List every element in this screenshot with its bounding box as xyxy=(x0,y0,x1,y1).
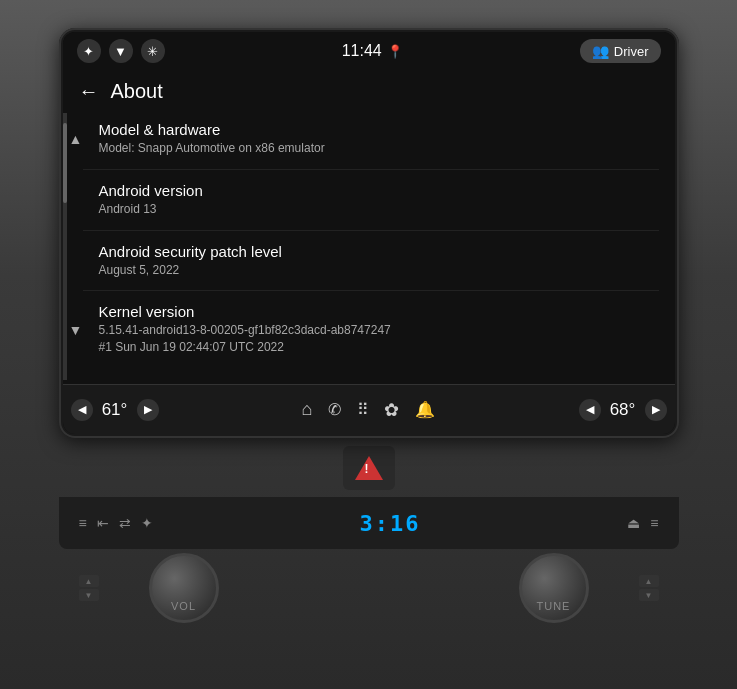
tune-down-btn[interactable]: ▼ xyxy=(639,589,659,601)
right-temp-control[interactable]: ◀ 68° ▶ xyxy=(579,399,667,421)
right-temp-increase[interactable]: ▶ xyxy=(645,399,667,421)
menu-right-icon[interactable]: ≡ xyxy=(650,515,658,531)
fan-icon[interactable]: ✿ xyxy=(384,399,399,421)
wifi-icon: ▼ xyxy=(109,39,133,63)
status-icons: ✦ ▼ ✳ xyxy=(77,39,165,63)
vol-down-btn[interactable]: ▼ xyxy=(79,589,99,601)
controls-right: ⏏ ≡ xyxy=(627,515,658,531)
collapse-up-icon: ▲ xyxy=(69,131,83,147)
main-content: ← About ▲ Model & hardware Model: Snapp … xyxy=(63,70,675,384)
right-temp-decrease[interactable]: ◀ xyxy=(579,399,601,421)
list-item[interactable]: ▼ Kernel version 5.15.41-android13-8-002… xyxy=(83,291,659,368)
bluetooth-icon: ✦ xyxy=(77,39,101,63)
eject-icon[interactable]: ⏏ xyxy=(627,515,640,531)
list-item[interactable]: Android security patch level August 5, 2… xyxy=(83,231,659,292)
status-bar: ✦ ▼ ✳ 11:44 📍 👥 Driver xyxy=(63,32,675,70)
list-item[interactable]: ▲ Model & hardware Model: Snapp Automoti… xyxy=(83,109,659,170)
brightness-icon: ✳ xyxy=(141,39,165,63)
right-temp-value: 68° xyxy=(605,400,641,420)
header-row: ← About xyxy=(63,70,675,109)
screen-bezel: ✦ ▼ ✳ 11:44 📍 👥 Driver ← About xyxy=(59,28,679,438)
item-title: Kernel version xyxy=(99,303,655,320)
left-temp-control[interactable]: ◀ 61° ▶ xyxy=(71,399,159,421)
left-temp-decrease[interactable]: ◀ xyxy=(71,399,93,421)
driver-label: Driver xyxy=(614,44,649,59)
phone-icon[interactable]: ✆ xyxy=(328,400,341,419)
controls-strip: ≡ ⇤ ⇄ ✦ 3:16 ⏏ ≡ xyxy=(59,497,679,549)
tune-knob[interactable]: TUNE xyxy=(519,553,589,623)
hazard-button[interactable] xyxy=(343,446,395,490)
star-icon[interactable]: ✦ xyxy=(141,515,153,531)
item-subtitle: Android 13 xyxy=(99,201,655,218)
tune-knob-label: TUNE xyxy=(537,600,571,612)
item-subtitle: 5.15.41-android13-8-00205-gf1bf82c3dacd-… xyxy=(99,322,655,356)
vol-up-btn[interactable]: ▲ xyxy=(79,575,99,587)
item-title: Android version xyxy=(99,182,655,199)
content-area: ▲ Model & hardware Model: Snapp Automoti… xyxy=(63,109,675,384)
nav-icons: ⌂ ✆ ⠿ ✿ 🔔 xyxy=(302,399,436,421)
bottom-bar: ◀ 61° ▶ ⌂ ✆ ⠿ ✿ 🔔 ◀ 68° ▶ xyxy=(63,384,675,434)
back-button[interactable]: ← xyxy=(79,80,99,103)
item-title: Model & hardware xyxy=(99,121,655,138)
digital-clock-display: 3:16 xyxy=(360,511,421,536)
grid-icon[interactable]: ⠿ xyxy=(357,400,368,419)
item-title: Android security patch level xyxy=(99,243,655,260)
left-temp-increase[interactable]: ▶ xyxy=(137,399,159,421)
vol-knob-label: VOL xyxy=(171,600,196,612)
repeat-icon[interactable]: ⇄ xyxy=(119,515,131,531)
car-controls: ≡ ⇤ ⇄ ✦ 3:16 ⏏ ≡ ▲ ▼ VOL xyxy=(59,446,679,623)
home-icon[interactable]: ⌂ xyxy=(302,399,313,420)
status-time: 11:44 📍 xyxy=(342,42,403,60)
settings-list: ▲ Model & hardware Model: Snapp Automoti… xyxy=(67,109,675,384)
track-back-icon[interactable]: ⇤ xyxy=(97,515,109,531)
item-subtitle: August 5, 2022 xyxy=(99,262,655,279)
list-item[interactable]: Android version Android 13 xyxy=(83,170,659,231)
screen: ✦ ▼ ✳ 11:44 📍 👥 Driver ← About xyxy=(63,32,675,434)
collapse-down-icon: ▼ xyxy=(69,322,83,338)
item-subtitle: Model: Snapp Automotive on x86 emulator xyxy=(99,140,655,157)
scroll-thumb xyxy=(63,123,67,203)
driver-badge[interactable]: 👥 Driver xyxy=(580,39,661,63)
time-display: 11:44 xyxy=(342,42,382,60)
page-title: About xyxy=(111,80,163,103)
hazard-triangle-icon xyxy=(355,456,383,480)
menu-icon[interactable]: ≡ xyxy=(79,515,87,531)
controls-left: ≡ ⇤ ⇄ ✦ xyxy=(79,515,153,531)
vol-knob[interactable]: VOL xyxy=(149,553,219,623)
driver-icon: 👥 xyxy=(592,43,609,59)
left-temp-value: 61° xyxy=(97,400,133,420)
bell-icon[interactable]: 🔔 xyxy=(415,400,435,419)
location-icon: 📍 xyxy=(387,44,403,59)
scroll-indicator xyxy=(63,113,67,380)
tune-up-btn[interactable]: ▲ xyxy=(639,575,659,587)
